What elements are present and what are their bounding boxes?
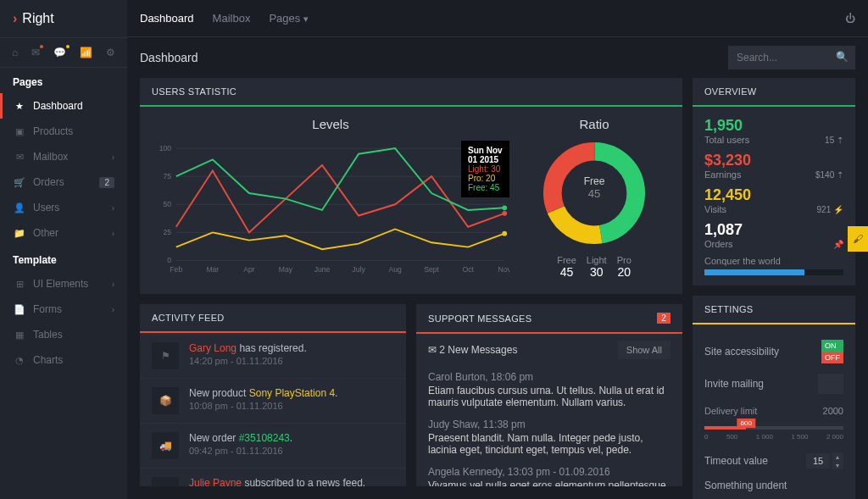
panel-title: SUPPORT MESSAGES 2	[416, 304, 682, 334]
svg-point-22	[502, 205, 507, 210]
overview-stat: $3,230Earnings$140 ⇡	[704, 152, 843, 180]
power-icon[interactable]: ⏻	[845, 13, 855, 25]
svg-text:Oct: Oct	[462, 265, 474, 274]
overview-panel: OVERVIEW 1,950Total users15 ⇡$3,230Earni…	[693, 78, 855, 286]
svg-text:Mar: Mar	[206, 265, 219, 274]
sidebar-item-tables[interactable]: ▦Tables	[0, 322, 127, 347]
activity-icon: 📦	[152, 387, 179, 414]
sidebar-item-ui-elements[interactable]: ⊞UI Elements›	[0, 271, 127, 297]
panel-title: ACTIVITY FEED	[140, 304, 406, 333]
activity-item[interactable]: 📦New product Sony PlayStation 4.10:08 pm…	[140, 378, 406, 423]
settings-panel: SETTINGS Site accessibility ON OFF Invit…	[693, 296, 855, 499]
panel-title: OVERVIEW	[693, 78, 855, 107]
setting-accessibility: Site accessibility ON OFF	[704, 335, 843, 369]
delivery-slider[interactable]: 600	[704, 426, 843, 430]
show-all-button[interactable]: Show All	[618, 341, 670, 359]
search-box: 🔍	[728, 46, 855, 69]
chart-title: Ratio	[518, 117, 670, 131]
activity-item[interactable]: ⚑Gary Long has registered.14:20 pm - 01.…	[140, 333, 406, 378]
setting-invite-mailing: Invite mailing	[704, 369, 843, 399]
ratio-chart: Ratio Free 45	[518, 117, 670, 282]
search-icon[interactable]: 🔍	[836, 51, 849, 63]
nav-section-title: Pages	[0, 68, 127, 93]
sidebar: › Right ⌂ ✉ 💬 📶 ⚙ Pages★Dashboard▣Produc…	[0, 0, 127, 499]
support-message[interactable]: Judy Shaw, 11:38 pmPraesent blandit. Nam…	[416, 413, 682, 461]
sidebar-item-dashboard[interactable]: ★Dashboard	[0, 93, 127, 119]
sidebar-item-orders[interactable]: 🛒Orders2	[0, 169, 127, 195]
page-title: Dashboard	[140, 51, 198, 64]
gear-icon[interactable]: ⚙	[106, 47, 115, 58]
nav-icon: ▦	[13, 330, 26, 341]
support-badge: 2	[657, 313, 670, 324]
setting-delivery-limit: Delivery limit 2000 600 05001 0001 5002 …	[704, 406, 843, 441]
overview-stat: 1,950Total users15 ⇡	[704, 117, 843, 145]
stepper-up[interactable]: ▲	[832, 452, 843, 461]
svg-text:50: 50	[163, 200, 171, 208]
overview-stat: 12,450Visits921 ⚡	[704, 186, 843, 214]
svg-text:25: 25	[163, 228, 171, 236]
activity-icon: ❤	[152, 477, 179, 486]
svg-text:100: 100	[159, 144, 172, 152]
support-message[interactable]: Carol Burton, 18:06 pmEtiam faucibus cur…	[416, 366, 682, 413]
svg-text:June: June	[314, 265, 331, 274]
activity-item[interactable]: 🚚New order #35108243.09:42 pm - 01.11.20…	[140, 423, 406, 468]
nav-section-title: Template	[0, 246, 127, 271]
progress-label: Conquer the world	[704, 256, 843, 266]
topnav-pages[interactable]: Pages ▾	[269, 12, 309, 25]
chat-icon[interactable]: 💬	[53, 47, 66, 58]
new-messages-label: ✉ 2 New Messages	[428, 344, 517, 356]
timeout-input[interactable]	[806, 453, 830, 469]
topnav-mailbox[interactable]: Mailbox	[213, 12, 251, 25]
theme-toggle-tab[interactable]: 🖌	[848, 226, 868, 252]
overview-stat: 1,087Orders 📌	[704, 221, 843, 249]
top-nav: Dashboard Mailbox Pages ▾ ⏻	[127, 0, 868, 37]
activity-icon: ⚑	[152, 342, 179, 369]
chart-title: Levels	[152, 117, 509, 131]
sidebar-item-mailbox[interactable]: ✉Mailbox›	[0, 144, 127, 169]
support-message[interactable]: Angela Kennedy, 13:03 pm - 01.09.2016Viv…	[416, 461, 682, 486]
svg-text:Aug: Aug	[388, 265, 402, 274]
svg-text:May: May	[279, 265, 293, 274]
svg-text:Apr: Apr	[243, 265, 255, 274]
chart-tooltip: Sun Nov 01 2015 Light: 30 Pro: 20 Free: …	[461, 141, 509, 197]
nav-icon: 📁	[13, 228, 26, 239]
donut-legend-item: Light30	[587, 255, 607, 279]
topnav-dashboard[interactable]: Dashboard	[140, 12, 194, 25]
panel-title: SETTINGS	[693, 296, 855, 324]
chevron-right-icon: ›	[112, 305, 114, 314]
mail-icon[interactable]: ✉	[31, 47, 40, 58]
sidebar-item-forms[interactable]: 📄Forms›	[0, 297, 127, 322]
chevron-right-icon: ›	[112, 152, 114, 162]
brand-logo[interactable]: › Right	[0, 0, 127, 37]
svg-point-21	[502, 231, 507, 236]
titlebar: Dashboard 🔍	[127, 37, 868, 78]
nav-icon: ✉	[13, 152, 26, 163]
svg-text:Sept: Sept	[424, 265, 439, 274]
chevron-right-icon: ›	[112, 229, 114, 238]
timeout-stepper[interactable]: ▲ ▼	[806, 452, 843, 469]
stepper-down[interactable]: ▼	[832, 461, 843, 469]
activity-item[interactable]: ❤Julie Payne subscribed to a news feed.1…	[140, 468, 406, 486]
chevron-right-icon: ›	[112, 203, 114, 213]
support-messages-panel: SUPPORT MESSAGES 2 ✉ 2 New Messages Show…	[416, 304, 682, 486]
nav-icon: ⊞	[13, 279, 26, 290]
nav-icon: 👤	[13, 202, 26, 213]
sidebar-item-users[interactable]: 👤Users›	[0, 195, 127, 220]
sidebar-item-other[interactable]: 📁Other›	[0, 220, 127, 246]
levels-chart: Levels 0255075100FebMarAprMayJuneJulyAug…	[152, 117, 509, 282]
panel-title: USERS STATISTIC	[140, 78, 682, 107]
svg-text:Feb: Feb	[170, 265, 182, 274]
progress-bar	[704, 269, 843, 275]
home-icon[interactable]: ⌂	[12, 47, 18, 58]
toggle-accessibility[interactable]: ON OFF	[821, 340, 843, 363]
caret-down-icon: ▾	[303, 14, 309, 24]
sidebar-item-charts[interactable]: ◔Charts	[0, 347, 127, 373]
brand-name: Right	[22, 11, 53, 26]
svg-text:Nov: Nov	[498, 265, 509, 274]
nav-icon: 📄	[13, 304, 26, 315]
main: Dashboard Mailbox Pages ▾ ⏻ Dashboard 🔍 …	[127, 0, 868, 499]
toggle-invite[interactable]	[818, 374, 843, 394]
mini-nav: ⌂ ✉ 💬 📶 ⚙	[0, 37, 127, 68]
sidebar-item-products[interactable]: ▣Products	[0, 119, 127, 144]
rss-icon[interactable]: 📶	[80, 47, 92, 58]
